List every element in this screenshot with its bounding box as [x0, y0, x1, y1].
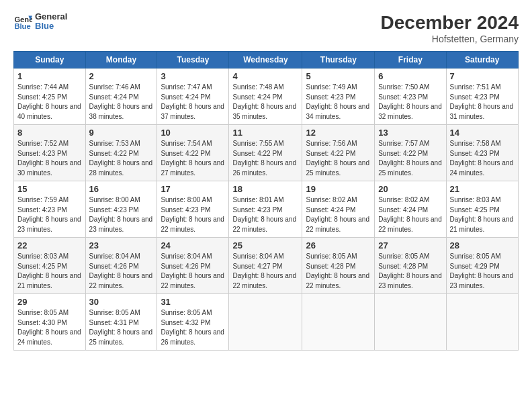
day-number: 4 [232, 71, 298, 81]
calendar-cell: 1 Sunrise: 7:44 AMSunset: 4:25 PMDayligh… [14, 68, 86, 125]
weekday-header-sunday: Sunday [14, 52, 86, 68]
calendar-cell: 15 Sunrise: 7:59 AMSunset: 4:23 PMDaylig… [14, 181, 86, 238]
calendar-cell [229, 294, 302, 351]
day-info: Sunrise: 8:03 AMSunset: 4:25 PMDaylight:… [17, 253, 81, 289]
day-number: 26 [306, 240, 371, 250]
day-info: Sunrise: 7:58 AMSunset: 4:23 PMDaylight:… [450, 140, 514, 177]
day-info: Sunrise: 7:48 AMSunset: 4:24 PMDaylight:… [232, 83, 296, 120]
calendar-cell: 16 Sunrise: 8:00 AMSunset: 4:23 PMDaylig… [85, 181, 157, 238]
calendar-cell: 5 Sunrise: 7:49 AMSunset: 4:23 PMDayligh… [302, 68, 375, 125]
day-info: Sunrise: 7:55 AMSunset: 4:22 PMDaylight:… [232, 140, 296, 177]
day-number: 20 [378, 184, 442, 194]
day-number: 24 [161, 240, 225, 250]
day-number: 16 [89, 184, 154, 194]
calendar-cell: 31 Sunrise: 8:05 AMSunset: 4:32 PMDaylig… [157, 294, 229, 351]
calendar-cell: 28 Sunrise: 8:05 AMSunset: 4:29 PMDaylig… [446, 238, 518, 294]
day-number: 17 [161, 184, 225, 194]
day-info: Sunrise: 8:05 AMSunset: 4:32 PMDaylight:… [161, 309, 224, 346]
day-number: 15 [17, 184, 82, 194]
day-number: 3 [161, 71, 225, 81]
calendar-cell: 11 Sunrise: 7:55 AMSunset: 4:22 PMDaylig… [229, 125, 302, 181]
calendar-cell: 14 Sunrise: 7:58 AMSunset: 4:23 PMDaylig… [446, 125, 518, 181]
day-number: 31 [161, 297, 225, 307]
calendar-cell: 13 Sunrise: 7:57 AMSunset: 4:22 PMDaylig… [375, 125, 446, 181]
day-info: Sunrise: 8:05 AMSunset: 4:29 PMDaylight:… [450, 253, 514, 289]
calendar-cell: 8 Sunrise: 7:52 AMSunset: 4:23 PMDayligh… [14, 125, 86, 181]
day-info: Sunrise: 7:50 AMSunset: 4:23 PMDaylight:… [378, 83, 442, 120]
calendar-cell [302, 294, 375, 351]
day-info: Sunrise: 8:05 AMSunset: 4:30 PMDaylight:… [17, 309, 81, 346]
calendar-cell: 22 Sunrise: 8:03 AMSunset: 4:25 PMDaylig… [14, 238, 86, 294]
day-info: Sunrise: 7:51 AMSunset: 4:23 PMDaylight:… [450, 83, 514, 120]
calendar-cell: 20 Sunrise: 8:02 AMSunset: 4:24 PMDaylig… [375, 181, 446, 238]
day-info: Sunrise: 7:52 AMSunset: 4:23 PMDaylight:… [17, 140, 81, 177]
day-info: Sunrise: 8:01 AMSunset: 4:23 PMDaylight:… [232, 196, 296, 233]
day-number: 25 [232, 240, 298, 250]
day-number: 21 [450, 184, 515, 194]
day-info: Sunrise: 8:02 AMSunset: 4:24 PMDaylight:… [378, 196, 442, 233]
calendar-cell: 6 Sunrise: 7:50 AMSunset: 4:23 PMDayligh… [375, 68, 446, 125]
day-info: Sunrise: 8:05 AMSunset: 4:28 PMDaylight:… [378, 253, 442, 289]
day-number: 29 [17, 297, 82, 307]
location: Hofstetten, Germany [381, 34, 519, 44]
day-info: Sunrise: 7:56 AMSunset: 4:22 PMDaylight:… [306, 140, 369, 177]
day-info: Sunrise: 8:00 AMSunset: 4:23 PMDaylight:… [89, 196, 153, 233]
day-number: 18 [232, 184, 298, 194]
calendar-cell [375, 294, 446, 351]
day-number: 8 [17, 128, 82, 138]
day-number: 6 [378, 71, 442, 81]
day-info: Sunrise: 7:47 AMSunset: 4:24 PMDaylight:… [161, 83, 224, 120]
weekday-header-tuesday: Tuesday [157, 52, 229, 68]
day-number: 27 [378, 240, 442, 250]
day-number: 14 [450, 128, 515, 138]
day-info: Sunrise: 8:03 AMSunset: 4:25 PMDaylight:… [450, 196, 514, 233]
calendar-cell: 30 Sunrise: 8:05 AMSunset: 4:31 PMDaylig… [85, 294, 157, 351]
calendar-cell: 21 Sunrise: 8:03 AMSunset: 4:25 PMDaylig… [446, 181, 518, 238]
day-info: Sunrise: 7:59 AMSunset: 4:23 PMDaylight:… [17, 196, 81, 233]
day-number: 1 [17, 71, 82, 81]
day-number: 13 [378, 128, 442, 138]
day-info: Sunrise: 8:04 AMSunset: 4:26 PMDaylight:… [89, 253, 153, 289]
weekday-header-friday: Friday [375, 52, 446, 68]
day-number: 7 [450, 71, 515, 81]
title-block: December 2024 Hofstetten, Germany [381, 12, 519, 44]
day-number: 11 [232, 128, 298, 138]
calendar-cell: 29 Sunrise: 8:05 AMSunset: 4:30 PMDaylig… [14, 294, 86, 351]
weekday-header-wednesday: Wednesday [229, 52, 302, 68]
calendar-cell [446, 294, 518, 351]
calendar-cell: 9 Sunrise: 7:53 AMSunset: 4:22 PMDayligh… [85, 125, 157, 181]
day-number: 12 [306, 128, 371, 138]
calendar-cell: 27 Sunrise: 8:05 AMSunset: 4:28 PMDaylig… [375, 238, 446, 294]
day-info: Sunrise: 8:05 AMSunset: 4:31 PMDaylight:… [89, 309, 153, 346]
day-number: 23 [89, 240, 154, 250]
logo: General Blue General Blue [13, 12, 67, 32]
day-number: 9 [89, 128, 154, 138]
calendar-cell: 2 Sunrise: 7:46 AMSunset: 4:24 PMDayligh… [85, 68, 157, 125]
calendar-cell: 3 Sunrise: 7:47 AMSunset: 4:24 PMDayligh… [157, 68, 229, 125]
day-number: 19 [306, 184, 371, 194]
day-info: Sunrise: 7:57 AMSunset: 4:22 PMDaylight:… [378, 140, 442, 177]
weekday-header-thursday: Thursday [302, 52, 375, 68]
calendar-cell: 17 Sunrise: 8:00 AMSunset: 4:23 PMDaylig… [157, 181, 229, 238]
logo-blue: Blue [35, 21, 67, 31]
day-number: 2 [89, 71, 154, 81]
calendar: SundayMondayTuesdayWednesdayThursdayFrid… [13, 51, 519, 351]
month-title: December 2024 [381, 12, 519, 34]
day-info: Sunrise: 7:49 AMSunset: 4:23 PMDaylight:… [306, 83, 369, 120]
day-number: 28 [450, 240, 515, 250]
calendar-cell: 24 Sunrise: 8:04 AMSunset: 4:26 PMDaylig… [157, 238, 229, 294]
calendar-cell: 10 Sunrise: 7:54 AMSunset: 4:22 PMDaylig… [157, 125, 229, 181]
header: General Blue General Blue December 2024 … [13, 12, 519, 44]
calendar-cell: 7 Sunrise: 7:51 AMSunset: 4:23 PMDayligh… [446, 68, 518, 125]
day-number: 30 [89, 297, 154, 307]
calendar-cell: 4 Sunrise: 7:48 AMSunset: 4:24 PMDayligh… [229, 68, 302, 125]
weekday-header-saturday: Saturday [446, 52, 518, 68]
logo-general: General [35, 12, 67, 21]
calendar-cell: 25 Sunrise: 8:04 AMSunset: 4:27 PMDaylig… [229, 238, 302, 294]
calendar-cell: 18 Sunrise: 8:01 AMSunset: 4:23 PMDaylig… [229, 181, 302, 238]
day-info: Sunrise: 8:02 AMSunset: 4:24 PMDaylight:… [306, 196, 369, 233]
calendar-cell: 19 Sunrise: 8:02 AMSunset: 4:24 PMDaylig… [302, 181, 375, 238]
day-info: Sunrise: 7:53 AMSunset: 4:22 PMDaylight:… [89, 140, 153, 177]
day-info: Sunrise: 7:46 AMSunset: 4:24 PMDaylight:… [89, 83, 153, 120]
day-info: Sunrise: 8:00 AMSunset: 4:23 PMDaylight:… [161, 196, 224, 233]
